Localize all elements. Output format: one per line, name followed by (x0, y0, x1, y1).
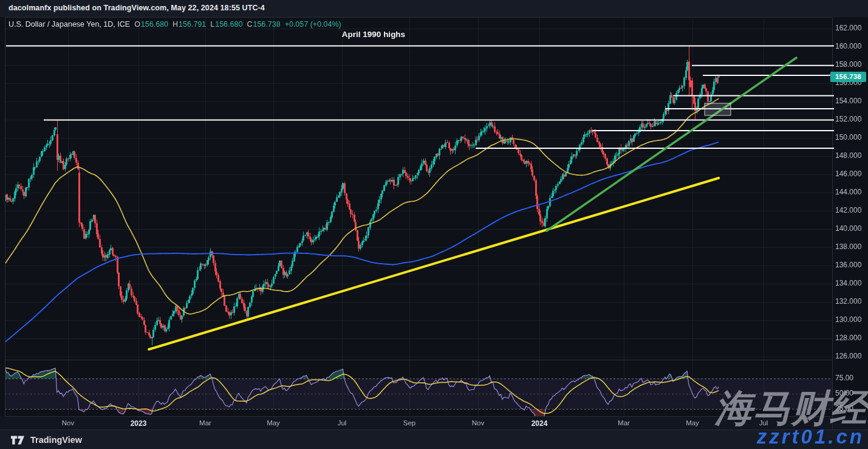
tradingview-published-chart-page: { "header": { "publisher_line": "dacolma… (0, 0, 868, 449)
price-axis-label: 142.000 (835, 206, 867, 215)
date-axis-label-may: May (675, 419, 709, 427)
price-axis-label: 132.000 (835, 297, 867, 306)
tradingview-logo[interactable] (11, 436, 26, 445)
price-axis-label: 140.000 (835, 224, 867, 233)
price-axis-label: 128.000 (835, 334, 867, 343)
date-axis-label-nov: Nov (461, 419, 495, 427)
date-axis-label-nov: Nov (51, 419, 85, 427)
date-axis-label-sep: Sep (392, 419, 426, 427)
price-axis-label: 146.000 (835, 170, 867, 179)
change-value: +0.057 (+0.04%) (285, 20, 341, 29)
price-axis-label: 130.000 (835, 315, 867, 324)
watermark-cjk: 海马财经 (715, 388, 868, 429)
price-axis-label: 134.000 (835, 279, 867, 288)
price-axis-label: 152.000 (835, 115, 867, 124)
symbol-legend: U.S. Dollar / Japanese Yen, 1D, ICE O156… (9, 19, 341, 29)
date-axis-label-jul: Jul (325, 419, 359, 427)
date-axis-label-2024: 2024 (522, 419, 556, 428)
chart-canvas[interactable] (0, 17, 868, 449)
date-axis-label-may: May (256, 419, 290, 427)
publisher-text: dacolmanfx published on TradingView.com,… (0, 0, 868, 12)
date-axis-label-2023: 2023 (121, 419, 155, 428)
price-axis-label: 158.000 (835, 60, 867, 69)
price-axis-label: 136.000 (835, 261, 867, 270)
ohlc-low: L156.680 (210, 20, 242, 29)
price-axis-label: 154.000 (835, 97, 867, 106)
price-axis-label: 162.000 (835, 24, 867, 33)
rsi-axis-label: 75.00 (835, 374, 863, 383)
ohlc-high: H156.791 (173, 20, 206, 29)
chart-area[interactable]: U.S. Dollar / Japanese Yen, 1D, ICE O156… (0, 17, 868, 430)
price-axis-label: 126.000 (835, 352, 867, 361)
date-axis-label-mar: Mar (188, 419, 222, 427)
price-axis-label: 160.000 (835, 42, 867, 51)
price-axis-label: 144.000 (835, 188, 867, 197)
symbol-title: U.S. Dollar / Japanese Yen, 1D, ICE (9, 20, 130, 29)
annotation-april-1990-highs[interactable]: April 1990 highs (304, 30, 443, 39)
price-axis-label: 150.000 (835, 133, 867, 142)
ohlc-open: O156.680 (134, 20, 168, 29)
date-axis-label-mar: Mar (607, 419, 641, 427)
tradingview-brand-text[interactable]: TradingView (30, 435, 82, 445)
last-price-label: 156.738 (830, 72, 866, 82)
price-axis-label: 138.000 (835, 242, 867, 252)
ohlc-close: C156.738 (247, 20, 280, 29)
footer-bar: TradingView (0, 430, 868, 449)
price-axis-label: 148.000 (835, 151, 867, 160)
watermark-url: zzrt01.cn (757, 425, 864, 448)
publisher-bar: dacolmanfx published on TradingView.com,… (0, 0, 868, 18)
